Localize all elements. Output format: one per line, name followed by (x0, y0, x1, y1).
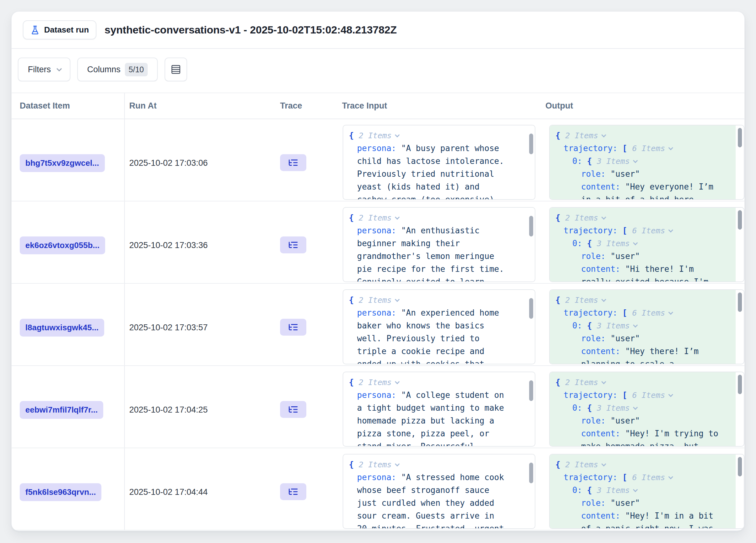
scrollbar-thumb[interactable] (738, 210, 742, 230)
filters-button[interactable]: Filters (18, 58, 70, 81)
dataset-item-link[interactable]: ek6oz6vtoxg055b... (20, 237, 105, 254)
flask-icon (30, 25, 40, 35)
dataset-item-link[interactable]: bhg7t5xv9zgwcel... (20, 154, 105, 172)
chevron-down-icon (668, 228, 673, 233)
trace-button[interactable] (280, 483, 306, 500)
items-count-toggle[interactable]: 2 Items (359, 131, 391, 140)
table-row: f5nk6lse963qrvn... 2025-10-02 17:04:44 {… (12, 448, 744, 530)
trace-input-json-viewer[interactable]: { 2 Items persona: "A college student on… (343, 371, 535, 447)
items-count-toggle[interactable]: 3 Items (597, 321, 630, 330)
items-count-toggle[interactable]: 2 Items (359, 460, 391, 469)
role-value: "user" (610, 252, 640, 261)
chevron-down-icon (668, 310, 673, 315)
table-row: ek6oz6vtoxg055b... 2025-10-02 17:03:36 {… (12, 202, 744, 284)
output-json-content: { 2 Items trajectory: [ 6 Items 0: { 3 I… (550, 454, 736, 529)
run-at-cell: 2025-10-02 17:04:44 (125, 448, 271, 530)
role-value: "user" (610, 498, 640, 508)
scrollbar-thumb[interactable] (529, 298, 533, 319)
items-count-toggle[interactable]: 2 Items (359, 378, 391, 387)
dataset-item-cell: eebwi7mfil7lqlf7r... (12, 366, 125, 448)
scrollbar-thumb[interactable] (738, 292, 742, 312)
items-count-toggle[interactable]: 2 Items (359, 295, 391, 305)
output-json-viewer[interactable]: { 2 Items trajectory: [ 6 Items 0: { 3 I… (549, 125, 744, 200)
trace-button[interactable] (280, 154, 306, 171)
dataset-item-link[interactable]: l8agtuwxisgwk45... (20, 319, 104, 336)
scrollbar-thumb[interactable] (529, 216, 533, 237)
items-count-toggle[interactable]: 2 Items (565, 295, 598, 305)
run-at-value: 2025-10-02 17:03:57 (129, 323, 208, 332)
output-cell: { 2 Items trajectory: [ 6 Items 0: { 3 I… (545, 119, 744, 201)
scrollbar-thumb[interactable] (738, 457, 742, 476)
run-at-value: 2025-10-02 17:04:44 (129, 487, 208, 497)
scrollbar-thumb[interactable] (529, 463, 533, 483)
items-count-toggle[interactable]: 6 Items (632, 144, 665, 153)
chevron-down-icon (395, 297, 400, 302)
scrollbar-thumb[interactable] (738, 375, 742, 394)
columns-button[interactable]: Columns 5/10 (77, 58, 158, 81)
output-json-viewer[interactable]: { 2 Items trajectory: [ 6 Items 0: { 3 I… (549, 371, 744, 447)
row-height-button[interactable] (165, 58, 187, 81)
columns-count-badge: 5/10 (125, 63, 148, 76)
chevron-down-icon (633, 241, 638, 246)
run-at-cell: 2025-10-02 17:03:36 (125, 202, 271, 283)
output-cell: { 2 Items trajectory: [ 6 Items 0: { 3 I… (545, 448, 744, 530)
trace-cell (271, 366, 342, 448)
dataset-run-badge-label: Dataset run (44, 25, 89, 35)
items-count-toggle[interactable]: 2 Items (359, 213, 391, 223)
items-count-toggle[interactable]: 2 Items (565, 213, 598, 223)
column-header-trace: Trace (271, 93, 342, 119)
run-at-value: 2025-10-02 17:04:25 (129, 405, 208, 414)
output-json-viewer[interactable]: { 2 Items trajectory: [ 6 Items 0: { 3 I… (549, 454, 744, 529)
column-header-dataset-item: Dataset Item (12, 93, 125, 119)
items-count-toggle[interactable]: 2 Items (565, 131, 598, 140)
output-cell: { 2 Items trajectory: [ 6 Items 0: { 3 I… (545, 284, 744, 365)
trace-button[interactable] (280, 237, 306, 254)
items-count-toggle[interactable]: 6 Items (632, 473, 665, 482)
items-count-toggle[interactable]: 6 Items (632, 391, 665, 400)
list-tree-icon (288, 404, 299, 415)
items-count-toggle[interactable]: 6 Items (632, 308, 665, 317)
output-json-viewer[interactable]: { 2 Items trajectory: [ 6 Items 0: { 3 I… (549, 207, 744, 282)
items-count-toggle[interactable]: 3 Items (597, 157, 630, 166)
card-header: Dataset run synthetic-conversations-v1 -… (12, 12, 744, 49)
items-count-toggle[interactable]: 2 Items (565, 460, 598, 469)
chevron-down-icon (668, 392, 673, 397)
scrollbar-thumb[interactable] (738, 128, 742, 147)
trace-button[interactable] (280, 401, 306, 418)
scrollbar-thumb[interactable] (529, 134, 533, 154)
trace-input-json-viewer[interactable]: { 2 Items persona: "An enthusiastic begi… (343, 207, 535, 282)
rows-icon (171, 64, 181, 75)
trace-input-json-viewer[interactable]: { 2 Items persona: "An experienced home … (343, 289, 535, 364)
items-count-toggle[interactable]: 3 Items (597, 239, 630, 248)
items-count-toggle[interactable]: 6 Items (632, 226, 665, 235)
output-json-content: { 2 Items trajectory: [ 6 Items 0: { 3 I… (550, 208, 736, 282)
run-at-cell: 2025-10-02 17:03:06 (125, 119, 271, 201)
column-header-output: Output (545, 93, 744, 119)
trace-input-json-content: { 2 Items persona: "An experienced home … (343, 290, 527, 364)
items-count-toggle[interactable]: 3 Items (597, 486, 630, 495)
role-value: "user" (610, 334, 640, 343)
trace-input-json-viewer[interactable]: { 2 Items persona: "A busy parent whose … (343, 125, 535, 200)
dataset-item-link[interactable]: f5nk6lse963qrvn... (20, 483, 101, 501)
scrollbar-thumb[interactable] (529, 380, 533, 401)
trace-button[interactable] (280, 319, 306, 335)
trace-input-cell: { 2 Items persona: "A stressed home cook… (342, 448, 545, 530)
chevron-down-icon (633, 323, 638, 328)
page-title: synthetic-conversations-v1 - 2025-10-02T… (105, 24, 397, 36)
output-json-content: { 2 Items trajectory: [ 6 Items 0: { 3 I… (550, 372, 736, 447)
trace-input-json-viewer[interactable]: { 2 Items persona: "A stressed home cook… (343, 454, 535, 529)
chevron-down-icon (395, 133, 400, 138)
list-tree-icon (288, 157, 299, 168)
dataset-item-cell: bhg7t5xv9zgwcel... (12, 119, 125, 201)
trace-input-cell: { 2 Items persona: "An experienced home … (342, 284, 545, 365)
column-header-trace-input: Trace Input (342, 93, 545, 119)
items-count-toggle[interactable]: 3 Items (597, 403, 630, 412)
dataset-item-link[interactable]: eebwi7mfil7lqlf7r... (20, 401, 103, 419)
output-json-viewer[interactable]: { 2 Items trajectory: [ 6 Items 0: { 3 I… (549, 289, 744, 364)
output-cell: { 2 Items trajectory: [ 6 Items 0: { 3 I… (545, 202, 744, 283)
items-count-toggle[interactable]: 2 Items (565, 378, 598, 387)
table-row: eebwi7mfil7lqlf7r... 2025-10-02 17:04:25… (12, 366, 744, 448)
dataset-item-cell: ek6oz6vtoxg055b... (12, 202, 125, 283)
dataset-item-cell: f5nk6lse963qrvn... (12, 448, 125, 530)
chevron-down-icon (601, 215, 606, 220)
